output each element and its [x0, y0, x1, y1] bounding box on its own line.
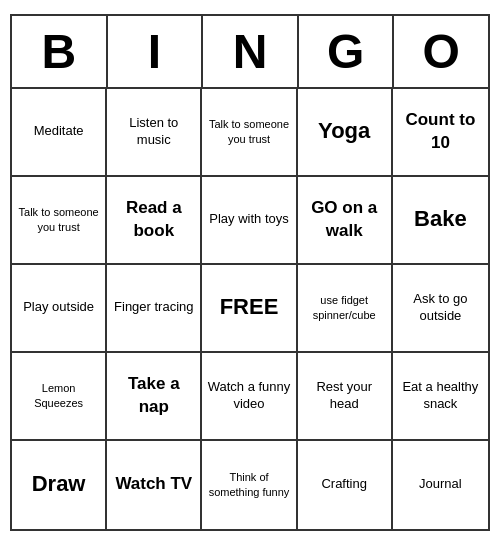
bingo-cell-14: Ask to go outside	[393, 265, 488, 353]
bingo-cell-17: Watch a funny video	[202, 353, 297, 441]
bingo-cell-10: Play outside	[12, 265, 107, 353]
bingo-cell-7: Play with toys	[202, 177, 297, 265]
bingo-cell-2: Talk to someone you trust	[202, 89, 297, 177]
bingo-cell-13: use fidget spinner/cube	[298, 265, 393, 353]
bingo-cell-12: FREE	[202, 265, 297, 353]
bingo-letter-g: G	[299, 16, 395, 87]
bingo-cell-20: Draw	[12, 441, 107, 529]
bingo-cell-11: Finger tracing	[107, 265, 202, 353]
bingo-cell-24: Journal	[393, 441, 488, 529]
bingo-cell-5: Talk to someone you trust	[12, 177, 107, 265]
bingo-cell-18: Rest your head	[298, 353, 393, 441]
bingo-cell-0: Meditate	[12, 89, 107, 177]
bingo-cell-3: Yoga	[298, 89, 393, 177]
bingo-cell-22: Think of something funny	[202, 441, 297, 529]
bingo-letter-n: N	[203, 16, 299, 87]
bingo-cell-9: Bake	[393, 177, 488, 265]
bingo-letter-i: I	[108, 16, 204, 87]
bingo-letter-o: O	[394, 16, 488, 87]
bingo-grid: MeditateListen to musicTalk to someone y…	[12, 89, 488, 529]
bingo-cell-1: Listen to music	[107, 89, 202, 177]
bingo-cell-19: Eat a healthy snack	[393, 353, 488, 441]
bingo-cell-8: GO on a walk	[298, 177, 393, 265]
bingo-header: BINGO	[12, 16, 488, 89]
bingo-cell-21: Watch TV	[107, 441, 202, 529]
bingo-card: BINGO MeditateListen to musicTalk to som…	[10, 14, 490, 531]
bingo-cell-15: Lemon Squeezes	[12, 353, 107, 441]
bingo-cell-6: Read a book	[107, 177, 202, 265]
bingo-cell-23: Crafting	[298, 441, 393, 529]
bingo-letter-b: B	[12, 16, 108, 87]
bingo-cell-4: Count to 10	[393, 89, 488, 177]
bingo-cell-16: Take a nap	[107, 353, 202, 441]
